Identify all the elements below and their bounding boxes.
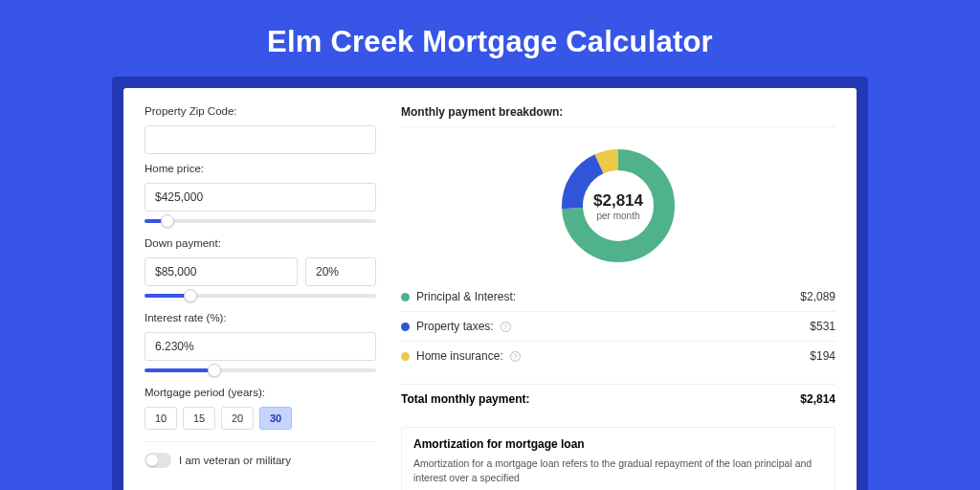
home-price-label: Home price: <box>145 163 376 174</box>
period-option-10[interactable]: 10 <box>145 407 177 430</box>
donut-chart: $2,814 per month <box>559 146 678 265</box>
down-payment-slider[interactable] <box>145 294 376 298</box>
legend-left: Home insurance:? <box>401 349 521 363</box>
legend-dot-icon <box>401 323 410 331</box>
calculator-card: Property Zip Code: Home price: Down paym… <box>123 88 857 490</box>
app-frame: Property Zip Code: Home price: Down paym… <box>112 77 868 490</box>
interest-rate-slider-thumb[interactable] <box>208 364 221 377</box>
period-option-20[interactable]: 20 <box>221 407 254 430</box>
amortization-section: Amortization for mortgage loan Amortizat… <box>401 427 835 490</box>
total-value: $2,814 <box>800 392 835 406</box>
legend-row: Home insurance:?$194 <box>401 342 835 370</box>
veteran-toggle[interactable] <box>145 453 171 468</box>
down-payment-slider-thumb[interactable] <box>184 289 197 302</box>
total-label: Total monthly payment: <box>401 392 529 406</box>
legend-dot-icon <box>401 293 410 301</box>
info-icon[interactable]: ? <box>501 322 511 332</box>
legend-label: Home insurance: <box>416 349 503 363</box>
donut-wrap: $2,814 per month <box>401 141 835 269</box>
legend-value: $2,089 <box>800 290 835 303</box>
interest-rate-slider-track <box>145 368 214 372</box>
total-row: Total monthly payment: $2,814 <box>401 384 835 413</box>
home-price-slider[interactable] <box>145 219 376 223</box>
results-panel: Monthly payment breakdown: $2,814 per mo… <box>401 105 835 490</box>
amortization-text: Amortization for a mortgage loan refers … <box>413 457 823 484</box>
legend-label: Property taxes: <box>416 320 494 333</box>
legend-row: Principal & Interest:$2,089 <box>401 282 835 312</box>
zip-label: Property Zip Code: <box>145 105 376 117</box>
legend: Principal & Interest:$2,089Property taxe… <box>401 282 835 370</box>
donut-amount: $2,814 <box>593 191 643 211</box>
donut-center: $2,814 per month <box>559 146 678 265</box>
mortgage-period-group: 10152030 <box>145 407 376 442</box>
period-option-15[interactable]: 15 <box>183 407 215 430</box>
mortgage-period-label: Mortgage period (years): <box>145 387 376 398</box>
period-option-30[interactable]: 30 <box>259 407 292 430</box>
down-payment-pct-input[interactable] <box>305 257 376 286</box>
hero: Elm Creek Mortgage Calculator <box>0 0 980 77</box>
breakdown-title: Monthly payment breakdown: <box>401 105 835 127</box>
home-price-slider-thumb[interactable] <box>161 214 174 228</box>
input-panel: Property Zip Code: Home price: Down paym… <box>145 105 376 490</box>
legend-value: $194 <box>810 349 835 363</box>
down-payment-row <box>145 257 376 286</box>
legend-value: $531 <box>810 320 835 333</box>
legend-left: Principal & Interest: <box>401 290 516 303</box>
legend-dot-icon <box>401 352 410 361</box>
veteran-label: I am veteran or military <box>179 455 291 466</box>
legend-label: Principal & Interest: <box>416 290 516 303</box>
amortization-title: Amortization for mortgage loan <box>413 437 823 451</box>
interest-rate-input[interactable] <box>145 332 376 361</box>
page-title: Elm Creek Mortgage Calculator <box>0 25 980 59</box>
down-payment-input[interactable] <box>145 257 298 286</box>
veteran-row: I am veteran or military <box>145 453 376 468</box>
interest-rate-slider[interactable] <box>145 368 376 372</box>
legend-left: Property taxes:? <box>401 320 511 333</box>
home-price-input[interactable] <box>145 183 376 212</box>
down-payment-label: Down payment: <box>145 237 376 249</box>
zip-input[interactable] <box>145 125 376 154</box>
info-icon[interactable]: ? <box>510 351 521 362</box>
donut-sublabel: per month <box>596 211 639 221</box>
legend-row: Property taxes:?$531 <box>401 312 835 342</box>
interest-rate-label: Interest rate (%): <box>145 312 376 323</box>
veteran-toggle-knob <box>146 455 158 466</box>
